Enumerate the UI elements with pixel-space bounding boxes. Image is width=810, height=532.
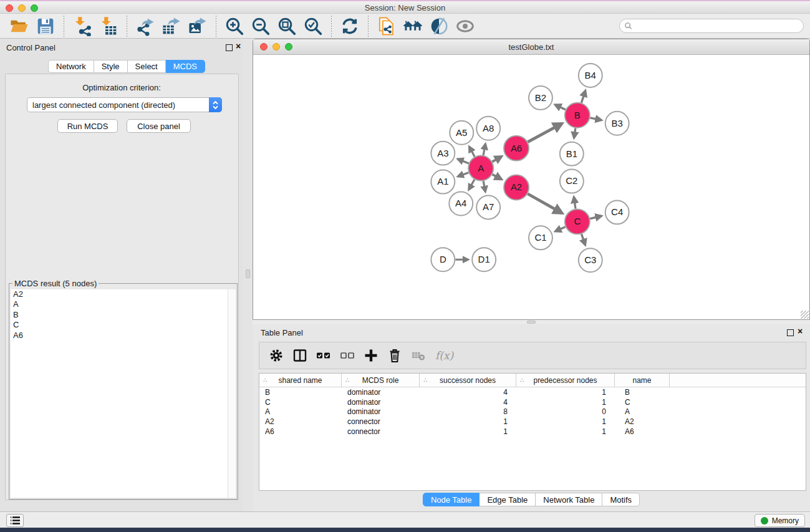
optimization-dropdown[interactable]: largest connected component (directed) xyxy=(27,97,222,112)
duplicate-network-icon[interactable] xyxy=(377,16,397,36)
node-A8[interactable]: A8 xyxy=(476,117,500,140)
edge-C-C1[interactable] xyxy=(555,227,565,231)
home-icon[interactable] xyxy=(403,16,423,36)
node-D1[interactable]: D1 xyxy=(472,248,496,271)
edge-A-A4[interactable] xyxy=(469,180,475,190)
function-builder-icon[interactable]: f(x) xyxy=(435,349,453,362)
export-image-icon[interactable] xyxy=(188,16,208,36)
column-header[interactable]: ∴MCDS role xyxy=(342,374,420,387)
zoom-in-icon[interactable] xyxy=(224,16,244,36)
node-D[interactable]: D xyxy=(431,248,455,271)
edge-A-A8[interactable] xyxy=(483,144,485,155)
hide-panel-icon[interactable] xyxy=(429,16,449,36)
tab-network-table[interactable]: Network Table xyxy=(536,493,602,506)
close-panel-button[interactable]: Close panel xyxy=(127,119,191,133)
node-B[interactable]: B xyxy=(565,103,590,128)
splitter-grip[interactable] xyxy=(246,269,250,278)
refresh-icon[interactable] xyxy=(340,16,360,36)
close-panel-icon[interactable]: × xyxy=(798,326,803,336)
table-row[interactable]: A2connector11A2 xyxy=(259,417,806,427)
node-A1[interactable]: A1 xyxy=(431,170,455,194)
result-list-item[interactable]: A6 xyxy=(11,331,236,341)
edge-C-C3[interactable] xyxy=(582,234,586,245)
edge-B-B2[interactable] xyxy=(555,105,566,110)
node-A7[interactable]: A7 xyxy=(476,195,500,219)
task-history-icon[interactable] xyxy=(6,514,24,527)
edge-A-A5[interactable] xyxy=(469,147,475,157)
node-B1[interactable]: B1 xyxy=(560,142,584,166)
edge-A-A7[interactable] xyxy=(483,181,485,191)
node-A5[interactable]: A5 xyxy=(450,121,473,145)
zoom-out-icon[interactable] xyxy=(251,16,271,36)
result-list-item[interactable]: A xyxy=(11,299,236,309)
edge-B-B1[interactable] xyxy=(574,128,576,138)
columns-icon[interactable] xyxy=(292,347,308,364)
node-C3[interactable]: C3 xyxy=(579,248,602,272)
add-column-icon[interactable] xyxy=(363,347,379,364)
node-C[interactable]: C xyxy=(565,209,590,234)
node-B3[interactable]: B3 xyxy=(605,112,629,135)
import-network-icon[interactable] xyxy=(72,16,92,36)
delete-icon[interactable] xyxy=(387,347,403,364)
settings-gear-icon[interactable] xyxy=(268,347,284,364)
export-table-icon[interactable] xyxy=(162,16,181,36)
memory-button[interactable]: Memory xyxy=(755,514,805,527)
run-mcds-button[interactable]: Run MCDS xyxy=(57,119,118,133)
column-header[interactable]: ∴successor nodes xyxy=(420,374,516,387)
horizontal-splitter[interactable] xyxy=(253,320,810,324)
edge-B-B3[interactable] xyxy=(590,118,601,120)
node-C2[interactable]: C2 xyxy=(560,170,584,193)
tab-network[interactable]: Network xyxy=(48,60,94,73)
tab-node-table[interactable]: Node Table xyxy=(423,493,480,506)
splitter-grip[interactable] xyxy=(527,321,536,324)
float-panel-icon[interactable] xyxy=(226,44,233,51)
show-eye-icon[interactable] xyxy=(455,16,475,36)
edge-A-A2[interactable] xyxy=(493,175,502,180)
node-A6[interactable]: A6 xyxy=(504,136,529,161)
search-field[interactable] xyxy=(619,19,804,33)
node-C4[interactable]: C4 xyxy=(605,200,629,224)
tab-mcds[interactable]: MCDS xyxy=(166,60,205,73)
node-A3[interactable]: A3 xyxy=(431,142,455,165)
node-B4[interactable]: B4 xyxy=(579,64,602,87)
result-list-item[interactable]: C xyxy=(11,320,236,330)
node-B2[interactable]: B2 xyxy=(529,86,552,110)
result-list-item[interactable]: A2 xyxy=(11,289,236,299)
edge-A-A3[interactable] xyxy=(458,159,469,163)
edge-A-A6[interactable] xyxy=(492,157,501,162)
search-input[interactable] xyxy=(635,22,803,31)
column-header[interactable]: ∴shared name xyxy=(259,374,342,387)
network-window-titlebar[interactable]: testGlobe.txt xyxy=(253,39,809,55)
column-header[interactable]: name xyxy=(615,374,670,387)
zoom-fit-icon[interactable] xyxy=(277,16,297,36)
edge-C-C4[interactable] xyxy=(590,216,601,218)
edge-A-A1[interactable] xyxy=(458,173,468,177)
result-list-item[interactable]: B xyxy=(11,310,236,320)
node-A4[interactable]: A4 xyxy=(449,191,473,215)
tab-motifs[interactable]: Motifs xyxy=(602,493,640,506)
delete-table-icon[interactable] xyxy=(410,347,427,364)
close-panel-icon[interactable]: × xyxy=(236,41,241,51)
node-A[interactable]: A xyxy=(468,156,493,181)
open-session-icon[interactable] xyxy=(9,16,29,36)
vertical-splitter[interactable] xyxy=(243,39,253,511)
save-session-icon[interactable] xyxy=(36,16,55,36)
import-table-icon[interactable] xyxy=(99,16,118,36)
table-row[interactable]: Bdominator41B xyxy=(259,387,806,397)
tab-style[interactable]: Style xyxy=(94,60,128,73)
table-row[interactable]: A6connector11A6 xyxy=(259,427,806,437)
column-header[interactable]: ∴predecessor nodes xyxy=(516,374,615,387)
node-C1[interactable]: C1 xyxy=(529,226,552,249)
network-canvas[interactable]: B4B2BB3A5A8A6A3B1AC2A1A2A4A7C4CC1DD1C3 xyxy=(253,56,809,319)
float-panel-icon[interactable] xyxy=(787,329,794,336)
edge-A2-C[interactable] xyxy=(528,194,562,213)
window-resize-grip[interactable] xyxy=(801,311,809,319)
select-all-icon[interactable] xyxy=(316,347,332,364)
tab-select[interactable]: Select xyxy=(128,60,166,73)
edge-A6-B[interactable] xyxy=(528,123,562,142)
table-row[interactable]: Cdominator41C xyxy=(259,397,806,407)
table-row[interactable]: Adominator80A xyxy=(259,407,806,417)
deselect-all-icon[interactable] xyxy=(339,347,355,364)
edge-B-B4[interactable] xyxy=(581,90,585,103)
zoom-selected-icon[interactable] xyxy=(303,16,323,36)
